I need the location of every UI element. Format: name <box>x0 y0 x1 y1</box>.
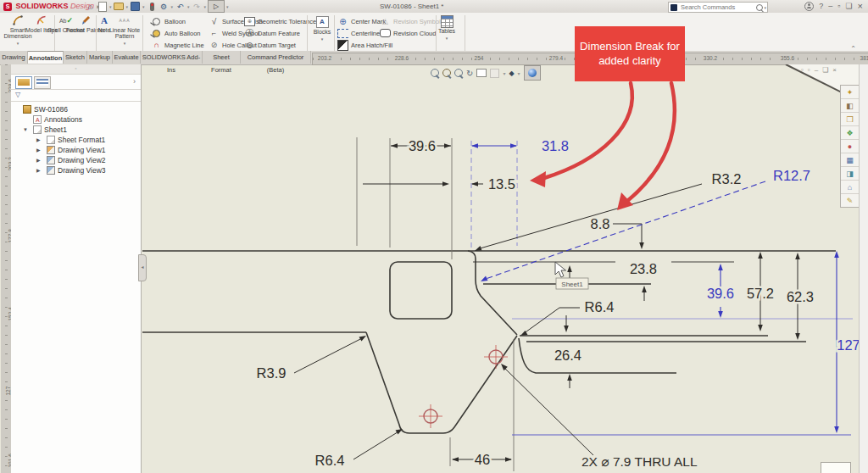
expanded-caret-icon[interactable]: ▼ <box>23 125 28 135</box>
tree-item-sheet-format1[interactable]: ▶ Sheet Format1 <box>11 135 141 145</box>
search-icon[interactable] <box>756 4 763 11</box>
caret-icon[interactable]: ▾ <box>171 4 174 9</box>
tables-button[interactable]: Tables ▾ <box>426 14 467 41</box>
tree-filter[interactable]: ▽ <box>11 90 141 102</box>
doc-icon[interactable]: ▫ <box>801 66 804 74</box>
home-icon[interactable]: ⌂ <box>85 2 96 11</box>
account-icon[interactable] <box>804 2 814 11</box>
filter-display-icon[interactable]: ◆ <box>509 70 514 77</box>
design-library-icon[interactable]: ◧ <box>841 99 859 113</box>
doc-restore-icon[interactable]: ❏ <box>822 66 828 74</box>
zoom-to-area-icon[interactable] <box>442 69 451 77</box>
doc-close-icon[interactable]: × <box>832 66 837 74</box>
zoom-in-out-icon[interactable] <box>454 69 463 77</box>
caret-icon[interactable]: ▾ <box>104 41 145 46</box>
dim-39.6-vertical[interactable]: 39.6 <box>707 286 734 301</box>
feature-manager-tab[interactable] <box>15 76 32 89</box>
caret-icon[interactable]: ▾ <box>187 4 190 9</box>
balloon-button[interactable]: Balloon <box>151 15 204 27</box>
dim-39.6-width[interactable]: 39.6 <box>409 138 436 153</box>
solidworks-resources-icon[interactable]: ✦ <box>841 86 859 99</box>
tab-annotation[interactable]: Annotation <box>28 51 64 64</box>
dim-r6.4-upper[interactable]: R6.4 <box>585 299 615 314</box>
dim-127[interactable]: 127 <box>837 337 860 353</box>
tab-drawing[interactable]: Drawing <box>0 51 28 64</box>
doc-icon[interactable]: ▫ <box>808 66 810 74</box>
appearances-icon[interactable]: ● <box>841 140 859 153</box>
tree-item-drawing-view1[interactable]: ▶ Drawing View1 <box>11 145 141 155</box>
collapsed-caret-icon[interactable]: ▶ <box>36 165 41 175</box>
view-sphere-button[interactable] <box>524 65 541 81</box>
caret-icon[interactable]: ▾ <box>142 4 145 9</box>
dim-46[interactable]: 46 <box>475 452 490 467</box>
caret-icon[interactable]: ▾ <box>518 70 520 76</box>
caret-icon[interactable]: ▾ <box>226 4 229 9</box>
save-icon[interactable] <box>130 2 141 11</box>
property-manager-tab[interactable] <box>34 76 51 89</box>
auto-balloon-button[interactable]: Auto Balloon <box>151 27 204 39</box>
caret-icon[interactable]: ▾ <box>764 5 766 10</box>
document-manager-icon[interactable]: ◨ <box>841 167 859 181</box>
caret-icon[interactable]: ▾ <box>0 41 38 46</box>
traffic-light-icon[interactable] <box>147 2 158 11</box>
tree-item-drawing-view3[interactable]: ▶ Drawing View3 <box>11 165 141 175</box>
caret-icon[interactable]: ▾ <box>426 36 467 41</box>
select-tool-button[interactable]: ▷ <box>208 0 225 13</box>
rotate-view-icon[interactable]: ↻ <box>466 69 473 78</box>
caret-icon[interactable]: ▾ <box>126 4 129 9</box>
tree-item-sheet1[interactable]: ▼ Sheet1 <box>11 125 141 135</box>
tab-solidworks-add-ins[interactable]: SOLIDWORKS Add-Ins <box>141 51 203 64</box>
caret-icon[interactable]: ▾ <box>503 70 505 76</box>
dim-8.8[interactable]: 8.8 <box>591 216 610 231</box>
redo-icon[interactable]: ↷ <box>192 2 203 11</box>
tree-item-drawing-view2[interactable]: ▶ Drawing View2 <box>11 155 141 165</box>
zoom-to-fit-icon[interactable] <box>431 69 439 77</box>
dim-13.5[interactable]: 13.5 <box>488 176 515 192</box>
dim-23.8[interactable]: 23.8 <box>630 261 657 276</box>
dim-r12.7[interactable]: R12.7 <box>773 168 810 183</box>
area-hatch-fill-button[interactable]: Area Hatch/Fill <box>337 39 392 51</box>
dim-31.8[interactable]: 31.8 <box>542 138 569 153</box>
caret-icon[interactable]: ▾ <box>302 36 342 42</box>
sheet-properties-icon[interactable] <box>476 69 487 77</box>
doc-minimize-icon[interactable]: – <box>815 66 818 74</box>
markup-pane-icon[interactable]: ✎ <box>841 194 859 207</box>
undo-icon[interactable]: ↶ <box>175 2 186 11</box>
dim-r6.4-lower[interactable]: R6.4 <box>315 453 345 468</box>
search-input[interactable] <box>679 3 756 12</box>
dim-62.3[interactable]: 62.3 <box>787 289 814 304</box>
tab-sketch[interactable]: Sketch <box>64 51 87 64</box>
dim-r3.9[interactable]: R3.9 <box>257 365 287 381</box>
magnetic-line-button[interactable]: ∩Magnetic Line <box>151 39 204 51</box>
home-pane-icon[interactable]: ⌂ <box>841 181 859 194</box>
dim-57.2[interactable]: 57.2 <box>747 286 774 301</box>
part-edges[interactable] <box>142 251 836 433</box>
tree-item-root[interactable]: SW-01086 <box>11 104 141 114</box>
help-icon[interactable]: ? <box>819 1 823 11</box>
dim-26.4[interactable]: 26.4 <box>554 348 581 363</box>
linear-note-pattern-button[interactable]: AAA Linear Note Pattern ▾ <box>104 14 145 46</box>
cascade-icon[interactable]: ❏ <box>845 1 852 11</box>
new-document-icon[interactable] <box>97 2 108 11</box>
collapsed-caret-icon[interactable]: ▶ <box>36 155 41 165</box>
tab-command-predictor[interactable]: Command Predictor (Beta) <box>241 51 311 64</box>
minimize-icon[interactable]: – <box>828 1 832 11</box>
panel-grip[interactable]: ◦ <box>11 64 141 75</box>
toolbox-icon[interactable]: ❖ <box>841 126 859 140</box>
search-commands-box[interactable]: ▾ <box>668 2 768 13</box>
tab-sheet-format[interactable]: Sheet Format <box>203 51 241 64</box>
restore-icon[interactable]: ▫ <box>837 1 840 11</box>
file-explorer-icon[interactable]: ❒ <box>841 113 859 126</box>
blocks-button[interactable]: A Blocks ▾ <box>302 14 342 42</box>
vertical-scrollbar[interactable] <box>859 64 868 473</box>
collapsed-caret-icon[interactable]: ▶ <box>36 135 41 145</box>
caret-icon[interactable]: ▾ <box>109 4 112 9</box>
tab-evaluate[interactable]: Evaluate <box>113 51 141 64</box>
panel-chevron-icon[interactable]: › <box>133 77 136 86</box>
close-icon[interactable]: × <box>858 1 863 11</box>
tab-markup[interactable]: Markup <box>87 51 113 64</box>
caret-icon[interactable]: ▾ <box>204 4 207 9</box>
settings-gear-icon[interactable]: ⚙ <box>159 2 170 11</box>
custom-properties-icon[interactable]: ▦ <box>841 153 859 167</box>
collapsed-caret-icon[interactable]: ▶ <box>36 145 41 155</box>
